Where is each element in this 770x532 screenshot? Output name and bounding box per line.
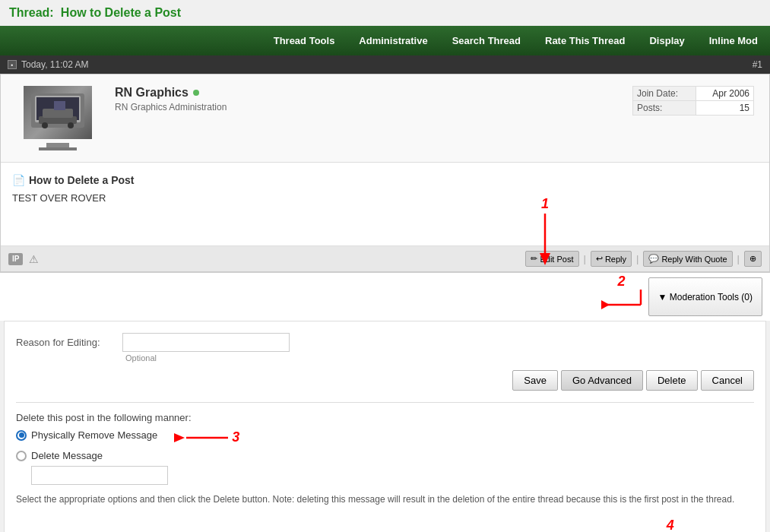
radio-physically-remove[interactable] [16, 430, 27, 441]
arrow-down-1 [537, 214, 553, 267]
multipost-button[interactable]: ⊕ [744, 251, 762, 267]
posts-label: Posts: [633, 101, 696, 116]
optional-text: Optional [125, 353, 290, 363]
posts-value: 15 [696, 101, 753, 116]
svg-marker-12 [601, 300, 610, 309]
delete-message-label[interactable]: Delete Message [16, 450, 754, 461]
svg-marker-9 [540, 253, 550, 265]
reason-label: Reason for Editing: [16, 333, 122, 348]
ip-icon[interactable]: IP [8, 253, 23, 265]
post-title-text: How to Delete a Post [29, 174, 134, 186]
nav-administrative[interactable]: Administrative [347, 26, 439, 55]
cancel-button[interactable]: Cancel [701, 370, 754, 391]
annotation-3-wrapper: 3 [171, 429, 239, 445]
annotation-1-area: 1 [12, 204, 758, 234]
radio-delete-message[interactable] [16, 451, 27, 461]
reply-label: Reply [605, 255, 626, 264]
svg-point-5 [42, 122, 48, 128]
annotation-4: 4 [629, 518, 674, 532]
reply-with-quote-button[interactable]: 💬 Reply With Quote [643, 251, 732, 267]
separator-3: | [737, 253, 740, 264]
nav-display[interactable]: Display [637, 26, 696, 55]
post-actions-right: ✏ Edit Post | ↩ Reply | 💬 Reply With Quo… [525, 251, 762, 267]
nav-thread-tools[interactable]: Thread Tools [261, 26, 347, 55]
delete-manner-label: Delete this post in the following manner… [16, 412, 754, 423]
annotation-2-wrapper: 2 [599, 277, 645, 316]
annotation-number-3: 3 [232, 429, 239, 445]
delete-section: Delete this post in the following manner… [16, 402, 754, 532]
join-date-value: Apr 2006 [696, 87, 753, 101]
go-advanced-button[interactable]: Go Advanced [561, 370, 643, 391]
nav-inline-mod[interactable]: Inline Mod [697, 26, 770, 55]
join-date-label: Join Date: [633, 87, 696, 101]
username: RN Graphics [115, 86, 617, 100]
page-title-bar: Thread: How to Delete a Post [0, 0, 770, 26]
reason-input-group: Optional [122, 333, 290, 363]
post-content: 📄 How to Delete a Post TEST OVER ROVER 1 [1, 163, 769, 246]
reply-quote-label: Reply With Quote [661, 255, 727, 264]
avatar-svg [27, 90, 88, 135]
svg-marker-14 [174, 433, 185, 442]
arrow-2 [599, 290, 645, 316]
reason-input[interactable] [122, 333, 290, 352]
annotation-number-2: 2 [618, 274, 626, 290]
calendar-icon: ▪ [8, 60, 17, 69]
post-number: #1 [753, 59, 762, 70]
username-text: RN Graphics [115, 86, 189, 100]
delete-warning: Select the appropriate options and then … [16, 492, 754, 506]
user-stats: Join Date: Apr 2006 Posts: 15 [625, 82, 762, 154]
page-title: How to Delete a Post [61, 6, 181, 19]
post-title-icon: 📄 [12, 174, 25, 186]
user-info: RN Graphics RN Graphics Administration [107, 82, 625, 154]
post-meta-bar: ▪ Today, 11:02 AM #1 [0, 55, 770, 74]
avatar-section [8, 82, 107, 154]
timestamp-text: Today, 11:02 AM [21, 59, 89, 70]
physically-remove-text: Physically Remove Message [31, 429, 157, 441]
post-container: RN Graphics RN Graphics Administration J… [0, 74, 770, 273]
post-timestamp: ▪ Today, 11:02 AM [8, 59, 89, 70]
reply-button[interactable]: ↩ Reply [591, 251, 632, 267]
delete-post-wrapper: 4 Delete Post [629, 518, 754, 532]
delete-message-text: Delete Message [31, 450, 103, 461]
quote-icon: 💬 [648, 254, 659, 264]
annotation-number-4: 4 [667, 518, 674, 532]
moderation-tools-button[interactable]: ▼ Moderation Tools (0) [648, 277, 762, 316]
page-wrapper: Thread: How to Delete a Post Thread Tool… [0, 0, 770, 532]
online-indicator [193, 90, 199, 96]
post-header: RN Graphics RN Graphics Administration J… [1, 74, 769, 163]
delete-reason-input[interactable] [31, 466, 168, 485]
multipost-icon: ⊕ [749, 254, 756, 264]
delete-post-bar: 4 Delete Post [16, 518, 754, 532]
monitor-base [39, 147, 77, 150]
moderation-tools-bar: 2 ▼ Moderation Tools (0) [0, 273, 770, 321]
post-actions-left: IP ⚠ [8, 253, 39, 265]
annotation-number-1: 1 [541, 196, 549, 212]
post-title: 📄 How to Delete a Post [12, 174, 758, 186]
avatar-image [24, 86, 92, 139]
post-body: TEST OVER ROVER [12, 192, 758, 204]
annotation-1: 1 [537, 196, 553, 267]
edit-form-buttons: Save Go Advanced Delete Cancel [16, 370, 754, 391]
nav-rate-thread[interactable]: Rate This Thread [533, 26, 637, 55]
post-actions-bar: IP ⚠ ✏ Edit Post | ↩ Reply | 💬 Reply Wit… [1, 246, 769, 272]
separator-2: | [636, 253, 638, 264]
physically-remove-label[interactable]: Physically Remove Message [16, 429, 157, 441]
save-button[interactable]: Save [512, 370, 558, 391]
svg-rect-7 [54, 101, 65, 110]
separator-1: | [584, 253, 586, 264]
nav-search-thread[interactable]: Search Thread [440, 26, 533, 55]
arrow-3 [171, 430, 232, 445]
reply-icon: ↩ [596, 254, 603, 264]
annotation-2: 2 [599, 274, 645, 316]
edit-form: Reason for Editing: Optional Save Go Adv… [4, 321, 766, 532]
nav-bar: Thread Tools Administrative Search Threa… [0, 26, 770, 55]
page-title-prefix: Thread: [9, 6, 54, 19]
delete-option-1-row: Physically Remove Message 3 [16, 429, 754, 445]
delete-button[interactable]: Delete [646, 370, 698, 391]
user-role: RN Graphics Administration [115, 102, 617, 112]
reason-for-editing-row: Reason for Editing: Optional [16, 333, 754, 363]
svg-point-6 [68, 122, 74, 128]
avatar [24, 86, 92, 139]
warning-icon[interactable]: ⚠ [29, 253, 39, 265]
